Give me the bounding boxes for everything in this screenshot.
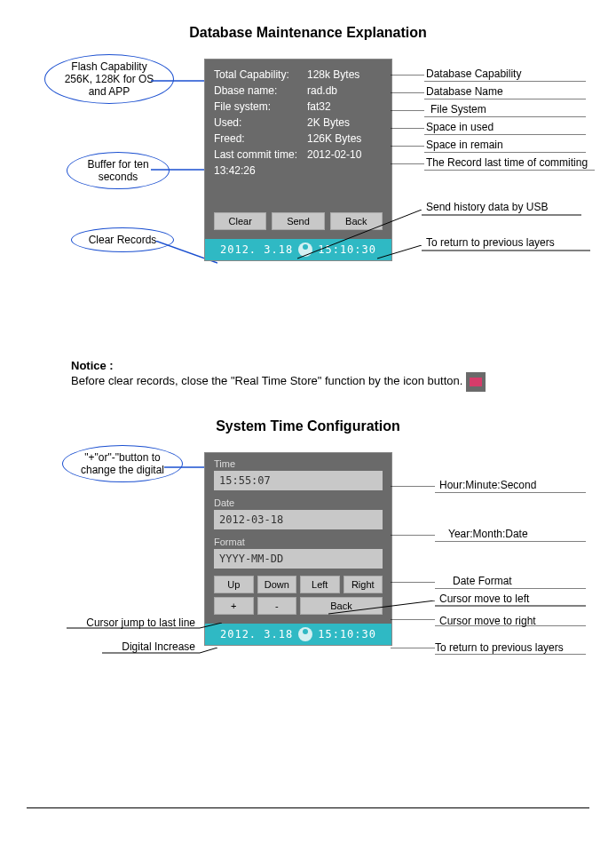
section1-title: Database Maintenance Explanation [27, 25, 589, 41]
svg-line-35 [200, 648, 217, 653]
plus-button[interactable]: + [214, 597, 254, 615]
section2-title: System Time Configuration [27, 418, 589, 434]
value-last-commit-date: 2012-02-10 [307, 148, 383, 161]
store-toggle-icon[interactable] [466, 372, 486, 392]
notice-text: Before clear records, close the "Real Ti… [71, 374, 462, 387]
label-dbase-name: Dbase name: [214, 84, 307, 97]
time-field-label: Time [214, 458, 383, 469]
value-total-capability: 128k Bytes [307, 68, 383, 81]
label-last-commit: Last commit time: [214, 148, 307, 161]
status-time-2: 15:10:30 [318, 628, 376, 640]
left-button[interactable]: Left [300, 576, 340, 593]
page-divider [27, 807, 589, 808]
up-button[interactable]: Up [214, 576, 254, 593]
value-last-commit-time: 13:42:26 [214, 164, 307, 177]
status-date-2: 2012. 3.18 [220, 628, 293, 640]
value-file-system: fat32 [307, 100, 383, 113]
notice-block: Notice : Before clear records, close the… [71, 359, 589, 392]
label-used: Used: [214, 116, 307, 129]
date-input[interactable]: 2012-03-18 [214, 510, 383, 529]
right-button[interactable]: Right [344, 576, 383, 593]
value-used: 2K Bytes [307, 116, 383, 129]
svg-line-17 [377, 245, 422, 259]
svg-line-33 [200, 623, 222, 628]
format-field-label: Format [214, 537, 383, 547]
status-bar-2: 2012. 3.18 15:10:30 [205, 624, 391, 645]
radiation-icon [298, 627, 312, 641]
notice-title: Notice : [71, 359, 589, 372]
clear-button[interactable]: Clear [214, 212, 266, 230]
value-freed: 126K Bytes [307, 132, 383, 145]
status-date: 2012. 3.18 [220, 243, 293, 256]
label-file-system: File system: [214, 100, 307, 113]
down-button[interactable]: Down [257, 576, 297, 593]
minus-button[interactable]: - [257, 597, 297, 615]
date-field-label: Date [214, 497, 383, 508]
time-input[interactable]: 15:55:07 [214, 471, 383, 490]
svg-line-26 [328, 601, 435, 614]
label-total-capability: Total Capability: [214, 68, 307, 81]
label-freed: Freed: [214, 132, 307, 145]
value-dbase-name: rad.db [307, 84, 383, 97]
format-input[interactable]: YYYY-MM-DD [214, 549, 383, 569]
